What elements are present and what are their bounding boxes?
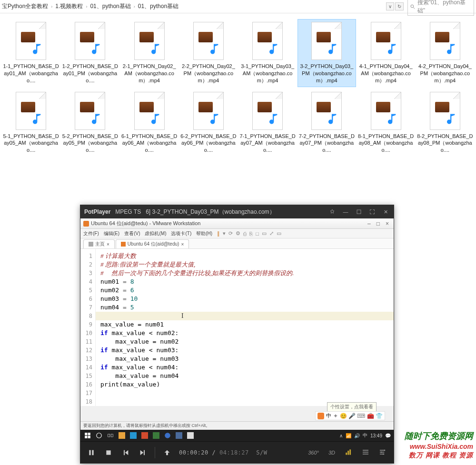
chevron-right-icon: ›: [86, 4, 87, 9]
app-icon: [118, 431, 126, 440]
maximize-button[interactable]: [355, 208, 363, 216]
svg-rect-11: [130, 432, 137, 439]
lang-icon: 中: [363, 432, 367, 439]
file-item[interactable]: 7-1_PYTHON_BASE_Day07_AM（wobangzhao....: [238, 89, 297, 157]
next-button[interactable]: [138, 447, 148, 458]
file-item[interactable]: 3-1_PYTHON_Day03_AM（wobangzhao.com）.mp4: [238, 19, 297, 87]
file-item[interactable]: 8-2_PYTHON_BASE_Day08_PM（wobangzhao....: [416, 89, 474, 157]
tab-ubuntu: Ubuntu 64 位(aid@tedu)×: [116, 239, 189, 248]
file-item[interactable]: 7-2_PYTHON_BASE_Day07_PM（wobangzhao....: [298, 89, 356, 157]
video-thumbnail-icon: [16, 92, 46, 130]
file-name: 5-2_PYTHON_BASE_Day05_PM（wobangzhao....: [62, 133, 118, 154]
stop-button[interactable]: [103, 447, 114, 458]
watermark-line2: www.SuiShiXia.com: [405, 442, 473, 451]
file-item[interactable]: 4-2_PYTHON_Day04_PM（wobangzhao.com）.mp4: [416, 19, 474, 87]
settings-button[interactable]: [377, 448, 388, 457]
file-name: 6-2_PYTHON_BASE_Day06_PM（wobangzhao....: [180, 133, 237, 154]
file-item[interactable]: 6-2_PYTHON_BASE_Day06_PM（wobangzhao....: [179, 89, 238, 157]
svg-rect-19: [106, 450, 110, 455]
vm-maximize-button: □: [375, 220, 382, 227]
file-item[interactable]: 2-1_PYTHON_Day02_AM（wobangzhao.com）.mp4: [120, 19, 178, 87]
app-icon: [129, 431, 138, 440]
ime-lang: 中: [326, 412, 331, 419]
svg-point-22: [383, 453, 384, 455]
tab-home: 主页×: [83, 239, 115, 248]
file-name: 7-2_PYTHON_BASE_Day07_PM（wobangzhao....: [298, 133, 355, 154]
minimize-button[interactable]: —: [341, 208, 350, 216]
file-item[interactable]: 3-2_PYTHON_Day03_PM（wobangzhao.com）.mp4: [298, 19, 356, 87]
eq-button[interactable]: [343, 448, 354, 457]
file-name: 1-2_PYTHON_BASE_Day01_PM（wobangzhao....: [62, 63, 118, 84]
svg-rect-18: [92, 450, 93, 455]
video-thumbnail-icon: [311, 92, 342, 130]
file-item[interactable]: 8-1_PYTHON_BASE_Day08_AM（wobangzhao....: [357, 89, 415, 157]
svg-rect-13: [153, 432, 159, 439]
menu-view: 查看(V): [124, 230, 140, 237]
crumb-2[interactable]: 01、python基础: [90, 2, 130, 10]
svg-point-14: [165, 433, 170, 438]
breadcrumb[interactable]: 宝Python全套教程› 1.视频教程› 01、python基础› 01、pyt…: [2, 2, 382, 10]
prev-button[interactable]: [120, 447, 131, 458]
file-item[interactable]: 5-2_PYTHON_BASE_Day05_PM（wobangzhao....: [61, 89, 119, 157]
close-button[interactable]: ✕: [381, 208, 390, 216]
home-icon: [89, 242, 93, 247]
windows-taskbar: ∧ 📶 🔊 中 13:49 💬: [80, 430, 394, 441]
video-thumbnail-icon: [371, 22, 401, 60]
file-name: 8-1_PYTHON_BASE_Day08_AM（wobangzhao....: [358, 133, 414, 154]
playlist-button[interactable]: [360, 448, 371, 457]
video-thumbnail-icon: [134, 22, 165, 60]
app-icon: [152, 431, 160, 440]
player-titlebar[interactable]: PotPlayer MPEG TS 6] 3-2_PYTHON_Day03_PM…: [80, 205, 394, 218]
file-name: 4-1_PYTHON_Day04_AM（wobangzhao.com）.mp4: [358, 63, 414, 84]
taskview-icon: [106, 431, 115, 440]
crumb-0[interactable]: 宝Python全套教程: [2, 2, 48, 10]
code-body: # 计算最大数 # 思路:假设第一个变量就是最大值, # 然后一次与下面的几个变…: [96, 249, 394, 406]
text-cursor-icon: I: [181, 312, 184, 320]
app-icon: [163, 431, 172, 440]
ime-bar: 中 ✦ 😊 🎤 ⌨ 🧰 👕: [315, 411, 385, 420]
nav-dropdown[interactable]: ∨↻: [386, 2, 404, 10]
menu-file: 文件(F): [83, 230, 99, 237]
crumb-3[interactable]: 01、python基础: [138, 2, 178, 10]
time-display: 00:00:20 / 04:18:27 S/W: [179, 449, 267, 456]
file-item[interactable]: 1-2_PYTHON_BASE_Day01_PM（wobangzhao....: [61, 19, 119, 87]
menu-edit: 编辑(E): [104, 230, 119, 237]
vmware-toolbar: ‖▾⟳⚙⎙⎘□▭⤢▭: [217, 230, 281, 237]
pin-icon[interactable]: [328, 208, 337, 216]
system-tray: ∧ 📶 🔊 中 13:49 💬: [339, 432, 391, 439]
vmware-titlebar: Ubuntu 64 位(aid@tedu) - VMware Workstati…: [80, 218, 394, 229]
file-item[interactable]: 2-2_PYTHON_Day02_PM（wobangzhao.com）.mp4: [179, 19, 238, 87]
sogou-icon: [317, 413, 324, 419]
watermark: 随时下免费资源网 www.SuiShiXia.com 数万 网课 教程 资源: [405, 431, 473, 459]
file-item[interactable]: 4-1_PYTHON_Day04_AM（wobangzhao.com）.mp4: [357, 19, 415, 87]
file-item[interactable]: 5-1_PYTHON_BASE_Day05_AM（wobangzhao....: [2, 89, 60, 157]
crumb-1[interactable]: 1.视频教程: [55, 2, 83, 10]
file-item[interactable]: 6-1_PYTHON_BASE_Day06_AM（wobangzhao....: [120, 89, 178, 157]
svg-rect-10: [119, 432, 125, 439]
video-thumbnail-icon: [430, 22, 460, 60]
svg-rect-5: [85, 436, 87, 438]
3d-button[interactable]: 3D: [327, 450, 337, 455]
fullscreen-button[interactable]: [368, 208, 377, 216]
svg-point-21: [381, 451, 382, 453]
line-gutter: 123456789101112131415161718: [80, 249, 96, 406]
menu-tabs: 选项卡(T): [171, 230, 191, 237]
video-content[interactable]: Ubuntu 64 位(aid@tedu) - VMware Workstati…: [80, 218, 394, 430]
pause-button[interactable]: [86, 447, 97, 458]
video-thumbnail-icon: [252, 22, 283, 60]
ime-tool-icon: ✦ 😊 🎤 ⌨ 🧰 👕: [333, 413, 383, 419]
file-item[interactable]: 1-1_PYTHON_BASE_Day01_AM（wobangzhao....: [2, 19, 60, 87]
explorer-topbar: 宝Python全套教程› 1.视频教程› 01、python基础› 01、pyt…: [0, 0, 476, 13]
volume-icon: 🔊: [354, 433, 360, 438]
video-thumbnail-icon: [252, 92, 283, 130]
player-controls: 00:00:20 / 04:18:27 S/W 360° 3D: [80, 441, 394, 463]
ubuntu-icon: [121, 242, 126, 247]
chevron-right-icon: ›: [134, 4, 135, 9]
file-name: 1-1_PYTHON_BASE_Day01_AM（wobangzhao....: [3, 63, 59, 84]
video-thumbnail-icon: [311, 22, 342, 60]
vr360-button[interactable]: 360°: [307, 450, 320, 455]
ubuntu-icon: [83, 221, 89, 227]
app-icon: [186, 431, 195, 440]
search-input[interactable]: 搜索"01、python基础": [407, 0, 474, 16]
open-button[interactable]: [162, 447, 172, 458]
